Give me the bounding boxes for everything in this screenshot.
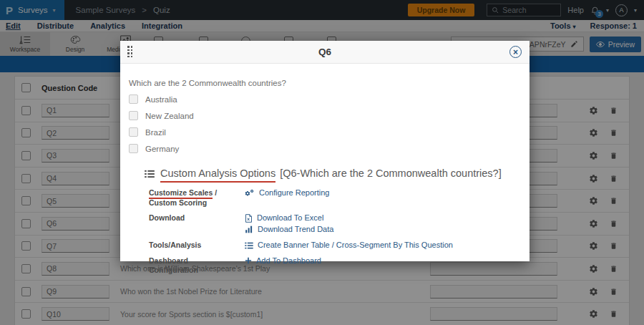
- analysis-links: Create Banner Table / Cross-Segment By T…: [245, 241, 521, 251]
- modal-title: Q6: [120, 47, 530, 57]
- analysis-subject: [Q6-Which are the 2 Commonwealth countri…: [277, 168, 502, 179]
- analysis-category-label: Dashboard Configuration: [149, 256, 243, 276]
- analysis-category-label: Tools/Analysis: [149, 241, 243, 251]
- analysis-title-row: Custom Analysis Options [Q6-Which are th…: [145, 168, 521, 179]
- answer-option: Australia: [129, 94, 521, 104]
- link-label: Create Banner Table / Cross-Segment By T…: [258, 241, 453, 251]
- custom-analysis-section: Custom Analysis Options [Q6-Which are th…: [145, 168, 521, 276]
- analysis-category-label: Download: [149, 213, 243, 235]
- link-label: Download To Excel: [257, 213, 323, 223]
- analysis-links: Add To Dashboard: [245, 256, 521, 276]
- option-label: Brazil: [145, 128, 166, 137]
- plus-icon: [245, 257, 252, 264]
- answer-option: Germany: [129, 144, 521, 153]
- link-label: Configure Reporting: [259, 188, 329, 198]
- question-modal: Q6 × Which are the 2 Commonwealth countr…: [120, 41, 530, 261]
- modal-body: Which are the 2 Commonwealth countries? …: [120, 64, 530, 276]
- app: P Surveys ▾ Sample Surveys > Quiz Upgrad…: [0, 0, 644, 325]
- option-checkbox[interactable]: [129, 144, 138, 153]
- link-download-trend-data[interactable]: Download Trend Data: [245, 225, 521, 235]
- link-add-to-dashboard[interactable]: Add To Dashboard: [245, 256, 521, 266]
- analysis-title: Custom Analysis Options: [160, 168, 275, 183]
- trend-chart-icon: [245, 225, 253, 233]
- close-button[interactable]: ×: [509, 46, 522, 58]
- drag-handle-icon[interactable]: [127, 46, 133, 58]
- link-create-banner-table-cross-segment-by-this-question[interactable]: Create Banner Table / Cross-Segment By T…: [245, 241, 521, 251]
- analysis-links: Configure Reporting: [245, 188, 521, 208]
- modal-header: Q6 ×: [120, 41, 530, 64]
- analysis-category-label: Customize Scales / Custom Scoring: [149, 188, 243, 208]
- banner-table-icon: [245, 242, 253, 249]
- option-label: Australia: [145, 95, 177, 104]
- excel-file-icon: [245, 214, 253, 223]
- close-icon: ×: [513, 47, 518, 57]
- modal-question-text: Which are the 2 Commonwealth countries?: [129, 79, 521, 87]
- link-download-to-excel[interactable]: Download To Excel: [245, 213, 521, 223]
- link-label: Download Trend Data: [258, 225, 333, 235]
- option-label: New Zealand: [145, 112, 194, 120]
- cogs-icon: [245, 189, 255, 198]
- link-label: Add To Dashboard: [256, 256, 321, 266]
- answer-option: New Zealand: [129, 111, 521, 120]
- analysis-links: Download To ExcelDownload Trend Data: [245, 213, 521, 235]
- list-icon: [145, 170, 155, 178]
- option-checkbox[interactable]: [129, 94, 138, 104]
- option-label: Germany: [145, 145, 179, 153]
- option-checkbox[interactable]: [129, 111, 138, 120]
- option-checkbox[interactable]: [129, 127, 138, 137]
- answer-option: Brazil: [129, 127, 521, 137]
- link-configure-reporting[interactable]: Configure Reporting: [245, 188, 521, 198]
